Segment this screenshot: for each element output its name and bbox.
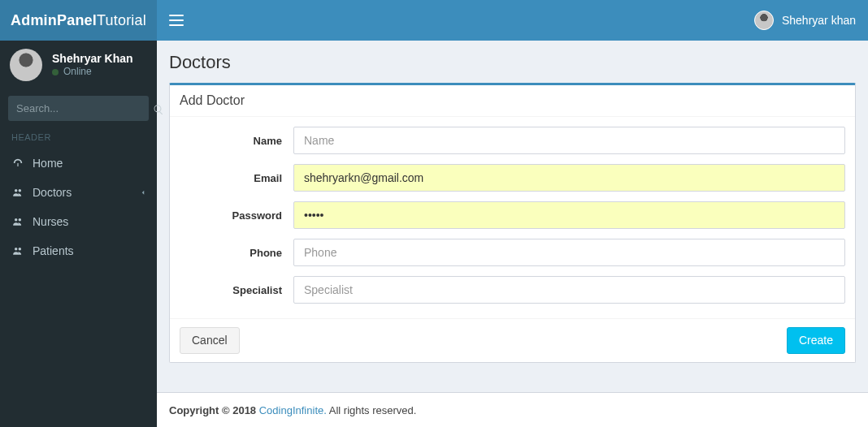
sidebar-item-patients[interactable]: Patients [0, 236, 157, 265]
chevron-left-icon [139, 188, 147, 196]
sidebar: Shehryar Khan Online HEADER Home Doctors [0, 41, 157, 427]
panel-title: Add Doctor [170, 85, 855, 117]
cancel-button[interactable]: Cancel [180, 327, 240, 354]
users-icon [11, 216, 24, 227]
form-row-specialist: Specialist [180, 276, 845, 304]
sidebar-item-label: Patients [33, 244, 74, 257]
name-field[interactable] [293, 127, 845, 154]
content-body: Add Doctor Name Email Password Phone [157, 81, 868, 392]
sidebar-user-status-label: Online [63, 66, 92, 79]
brand-logo[interactable]: AdminPanelTutorial [0, 0, 157, 41]
brand-light: Tutorial [97, 12, 146, 28]
panel-add-doctor: Add Doctor Name Email Password Phone [169, 83, 856, 363]
specialist-field[interactable] [293, 276, 845, 304]
sidebar-item-home[interactable]: Home [0, 149, 157, 178]
email-field[interactable] [293, 164, 845, 192]
label-phone: Phone [180, 247, 293, 259]
sidebar-item-label: Doctors [33, 186, 72, 199]
dashboard-icon [11, 157, 24, 169]
sidebar-section-header: HEADER [0, 121, 157, 149]
sidebar-item-nurses[interactable]: Nurses [0, 207, 157, 236]
sidebar-item-doctors[interactable]: Doctors [0, 178, 157, 207]
sidebar-user-panel: Shehryar Khan Online [0, 41, 157, 89]
avatar-icon [10, 49, 42, 81]
users-icon [11, 187, 24, 198]
footer-copyright: Copyright © 2018 [169, 404, 259, 416]
topbar-user-name: Shehryar khan [782, 14, 856, 27]
search-input[interactable] [16, 96, 153, 121]
password-field[interactable] [293, 201, 845, 229]
phone-field[interactable] [293, 239, 845, 266]
page-title: Doctors [169, 52, 856, 73]
form-row-password: Password [180, 201, 845, 229]
sidebar-item-label: Nurses [33, 215, 68, 228]
form-row-email: Email [180, 164, 845, 192]
sidebar-user-status: Online [52, 66, 133, 79]
create-button[interactable]: Create [787, 327, 845, 354]
sidebar-menu: Home Doctors Nurses Patients [0, 149, 157, 265]
navbar: Shehryar khan [157, 0, 868, 41]
label-email: Email [180, 172, 293, 184]
content: Doctors Add Doctor Name Email Password [157, 41, 868, 392]
hamburger-icon[interactable] [169, 15, 184, 26]
footer-link[interactable]: CodingInfinite. [259, 404, 327, 416]
sidebar-search[interactable] [8, 96, 149, 121]
users-icon [11, 245, 24, 257]
form-row-name: Name [180, 127, 845, 154]
label-specialist: Specialist [180, 284, 293, 296]
panel-footer: Cancel Create [170, 318, 855, 362]
topbar-user[interactable]: Shehryar khan [754, 11, 856, 30]
label-password: Password [180, 209, 293, 222]
content-header: Doctors [157, 41, 868, 81]
avatar-icon [754, 11, 774, 30]
footer-suffix: All rights reserved. [329, 404, 417, 416]
brand-bold: AdminPanel [11, 12, 97, 28]
topbar: AdminPanelTutorial Shehryar khan [0, 0, 868, 41]
label-name: Name [180, 135, 293, 147]
footer: Copyright © 2018 CodingInfinite. All rig… [157, 392, 868, 427]
status-dot-icon [52, 69, 59, 75]
form-row-phone: Phone [180, 239, 845, 266]
sidebar-user-name: Shehryar Khan [52, 51, 133, 66]
form: Name Email Password Phone Specialist [170, 117, 855, 318]
sidebar-item-label: Home [33, 157, 63, 170]
